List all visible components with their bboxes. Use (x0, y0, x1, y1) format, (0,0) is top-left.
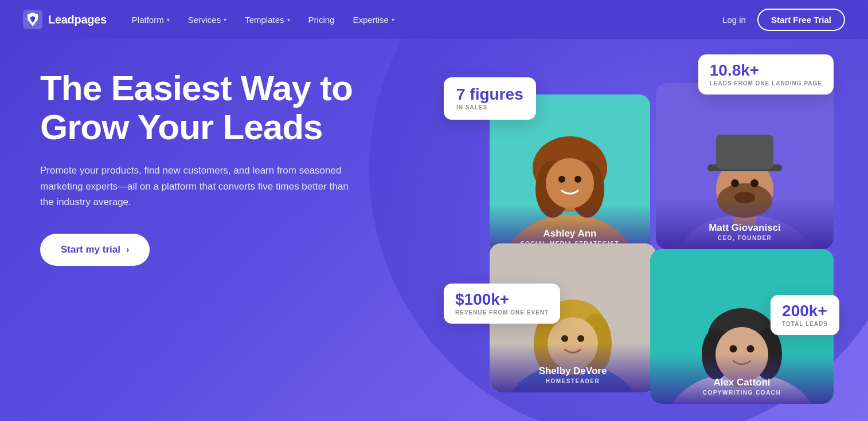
platform-chevron-icon: ▾ (167, 17, 170, 23)
testimonials-area: 7 figures IN SALES (444, 49, 834, 410)
stat-badge-100k: $100k+ REVENUE FROM ONE EVENT (444, 284, 560, 324)
services-chevron-icon: ▾ (224, 17, 226, 23)
svg-point-18 (731, 179, 739, 187)
nav-right: Log in Start Free Trial (722, 9, 845, 31)
svg-point-29 (561, 335, 568, 342)
cards-grid: 7 figures IN SALES (444, 49, 834, 410)
card-shelby-role: HOMESTEADER (499, 378, 647, 384)
svg-point-39 (730, 345, 737, 353)
svg-point-40 (747, 345, 754, 353)
svg-point-8 (558, 176, 565, 183)
nav-expertise[interactable]: Expertise ▾ (345, 10, 402, 29)
stat-number-100k: $100k+ (455, 292, 549, 308)
login-button[interactable]: Log in (722, 15, 746, 25)
templates-chevron-icon: ▾ (287, 17, 290, 23)
svg-point-9 (574, 176, 581, 183)
stat-desc-100k: REVENUE FROM ONE EVENT (455, 309, 549, 316)
card-matt-name: Matt Giovanisci (665, 222, 824, 234)
card-matt-image: Matt Giovanisci CEO, FOUNDER (656, 83, 834, 249)
nav-pricing[interactable]: Pricing (300, 10, 343, 29)
card-matt-role: CEO, FOUNDER (665, 235, 824, 241)
card-matt-label: Matt Giovanisci CEO, FOUNDER (656, 199, 834, 249)
hero-title: The Easiest Way to Grow Your Leads (40, 69, 396, 147)
card-matt: Matt Giovanisci CEO, FOUNDER (656, 83, 834, 249)
hero-cta-button[interactable]: Start my trial › (40, 234, 150, 266)
stat-number-10k: 10.8k+ (710, 62, 822, 78)
svg-point-30 (577, 335, 584, 342)
expertise-chevron-icon: ▾ (392, 17, 394, 23)
card-shelby-name: Shelby DeVore (499, 365, 647, 377)
stat-number-200k: 200k+ (782, 303, 828, 319)
stat-badge-200k: 200k+ TOTAL LEADS (771, 295, 839, 335)
nav-services[interactable]: Services ▾ (180, 10, 235, 29)
navigation: Leadpages Platform ▾ Services ▾ Template… (0, 0, 868, 39)
stat-badge-10k: 10.8k+ LEADS FROM ONE LANDING PAGE (698, 54, 834, 95)
svg-point-19 (750, 179, 758, 187)
cta-label: Start my trial (61, 244, 120, 255)
nav-platform[interactable]: Platform ▾ (124, 10, 178, 29)
nav-templates[interactable]: Templates ▾ (237, 10, 298, 29)
card-alex-label: Alex Cattoni COPYWRITING COACH (650, 354, 834, 404)
card-shelby-label: Shelby DeVore HOMESTEADER (490, 343, 656, 392)
hero-subtitle: Promote your products, find new customer… (40, 163, 355, 210)
card-alex-role: COPYWRITING COACH (659, 389, 824, 396)
stat-number-7figures: 7 figures (456, 86, 523, 103)
stat-badge-7figures: 7 figures IN SALES (444, 77, 536, 120)
stat-desc-200k: TOTAL LEADS (782, 321, 828, 327)
card-ashley-name: Ashley Ann (499, 228, 641, 239)
nav-links: Platform ▾ Services ▾ Templates ▾ Pricin… (124, 10, 722, 29)
logo[interactable]: Leadpages (23, 10, 107, 29)
stat-desc-10k: LEADS FROM ONE LANDING PAGE (710, 80, 822, 86)
hero-content: The Easiest Way to Grow Your Leads Promo… (40, 69, 396, 266)
logo-text: Leadpages (48, 13, 107, 26)
svg-point-7 (546, 158, 594, 208)
card-alex-name: Alex Cattoni (659, 377, 824, 388)
stat-desc-7figures: IN SALES (456, 104, 523, 111)
start-free-trial-button[interactable]: Start Free Trial (757, 9, 845, 31)
svg-rect-17 (716, 135, 773, 169)
cta-arrow-icon: › (126, 245, 129, 255)
